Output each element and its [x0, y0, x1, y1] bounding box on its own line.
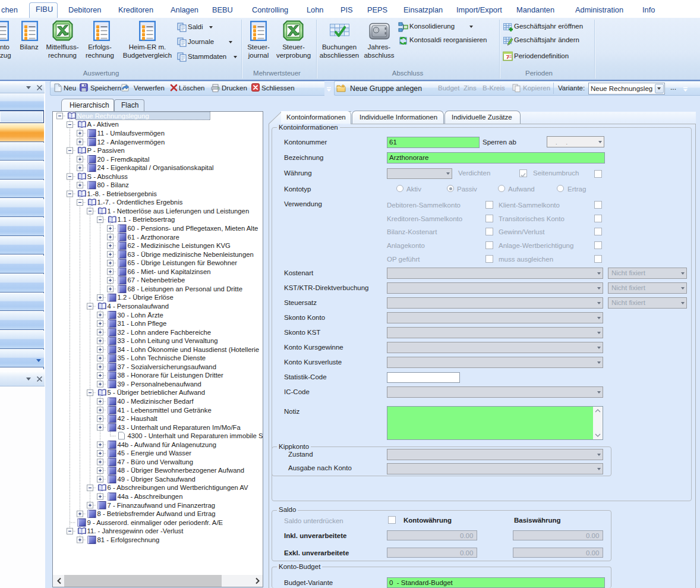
- svg-text:37 - Sozialversicherungsaufwan: 37 - Sozialversicherungsaufwand: [118, 363, 216, 370]
- svg-text:60 - Pensions- und Pflegetaxen: 60 - Pensions- und Pflegetaxen, Mieten A…: [128, 225, 258, 232]
- svg-text:31 - Lohn Pflege: 31 - Lohn Pflege: [118, 320, 167, 327]
- svg-text:11. - Jahresgewinn oder -Verlu: 11. - Jahresgewinn oder -Verlust: [87, 527, 184, 534]
- svg-text:20 - Fremdkapital: 20 - Fremdkapital: [97, 156, 150, 163]
- svg-text:A - Aktiven: A - Aktiven: [87, 121, 119, 128]
- svg-text:Neue Rechnungslegung: Neue Rechnungslegung: [77, 112, 149, 120]
- svg-text:1.-7. - Ordentliches Ergebnis: 1.-7. - Ordentliches Ergebnis: [97, 199, 183, 206]
- svg-text:81 - Erfolgsrechnung: 81 - Erfolgsrechnung: [97, 536, 160, 543]
- svg-text:80 - Bilanz: 80 - Bilanz: [97, 181, 130, 188]
- svg-text:7 - Finanzaufwand und Finanzer: 7 - Finanzaufwand und Finanzertrag: [108, 502, 215, 509]
- svg-text:41 - Lebensmittel und Getränke: 41 - Lebensmittel und Getränke: [118, 407, 212, 414]
- svg-text:7: 7: [506, 54, 509, 60]
- svg-text:32 - Lohn andere Fachbereiche: 32 - Lohn andere Fachbereiche: [118, 329, 212, 336]
- svg-text:5 - Übriger betrieblicher Aufw: 5 - Übriger betrieblicher Aufwand: [108, 389, 206, 396]
- svg-text:1 - Nettoerlöse aus Lieferunge: 1 - Nettoerlöse aus Lieferungen und Leis…: [108, 207, 250, 215]
- svg-text:62 - Medizinische Leistungen K: 62 - Medizinische Leistungen KVG: [128, 242, 231, 249]
- svg-text:44b - Aufwand für Anlagenutzun: 44b - Aufwand für Anlagenutzung: [118, 441, 216, 448]
- svg-text:43 - Unterhalt und Reparaturen: 43 - Unterhalt und Reparaturen Im/Mo/Fa: [118, 424, 241, 431]
- svg-text:6 - Abschreibungen und Wertber: 6 - Abschreibungen und Wertberichtigunge…: [108, 484, 248, 491]
- svg-text:12 - Anlagenvermögen: 12 - Anlagenvermögen: [97, 139, 165, 146]
- svg-text:30 - Lohn Ärzte: 30 - Lohn Ärzte: [118, 312, 163, 319]
- svg-text:67 - Nebenbetriebe: 67 - Nebenbetriebe: [128, 276, 185, 284]
- svg-text:65 - Übrige Leistungen für Bew: 65 - Übrige Leistungen für Bewohner: [128, 259, 238, 266]
- svg-text:9 - Ausserord. einmaliger oder: 9 - Ausserord. einmaliger oder periodenf…: [87, 519, 223, 526]
- svg-text:1.2 - Übrige Erlöse: 1.2 - Übrige Erlöse: [118, 294, 174, 301]
- svg-text:63 - Übrige medizinische Neben: 63 - Übrige medizinische Nebenleistungen: [128, 251, 254, 258]
- svg-text:68 - Leistungen an Personal un: 68 - Leistungen an Personal und Dritte: [128, 285, 242, 293]
- svg-text:33 - Lohn Leitung und Verwaltu: 33 - Lohn Leitung und Verwaltung: [118, 337, 218, 344]
- svg-text:61 - Arzthonorare: 61 - Arzthonorare: [128, 234, 179, 241]
- svg-text:8 - Betriebsfremder Aufwand un: 8 - Betriebsfremder Aufwand und Ertrag: [97, 510, 216, 517]
- svg-text:38 - Honorare für Leistungen D: 38 - Honorare für Leistungen Dritter: [118, 372, 224, 379]
- svg-text:S - Abschluss: S - Abschluss: [87, 173, 128, 180]
- svg-text:47 - Büro und Verwaltung: 47 - Büro und Verwaltung: [118, 458, 194, 466]
- svg-text:42 - Haushalt: 42 - Haushalt: [118, 415, 158, 422]
- svg-text:35 - Lohn Technische Dienste: 35 - Lohn Technische Dienste: [118, 354, 206, 361]
- svg-text:49 - Übriger Sachaufwand: 49 - Übriger Sachaufwand: [118, 476, 196, 483]
- svg-text:11 - Umlaufsvermögen: 11 - Umlaufsvermögen: [97, 130, 165, 137]
- svg-text:34 - Lohn Ökonomie und Hausdie: 34 - Lohn Ökonomie und Hausdienst (Hotel…: [118, 346, 260, 353]
- svg-text:40 - Medizinischer Bedarf: 40 - Medizinischer Bedarf: [118, 398, 194, 405]
- svg-text:45 - Energie und Wasser: 45 - Energie und Wasser: [118, 449, 192, 457]
- svg-text:1.-8. - Betriebsergebnis: 1.-8. - Betriebsergebnis: [87, 190, 157, 197]
- svg-text:4300 - Unterhalt und Reparatur: 4300 - Unterhalt und Reparaturen immobil…: [128, 432, 263, 439]
- svg-text:24 - Eigenkapital / Organisati: 24 - Eigenkapital / Organisationskapital: [97, 164, 214, 171]
- svg-text:4 - Personalaufwand: 4 - Personalaufwand: [108, 303, 169, 310]
- svg-text:48 - Übriger Bewohnerbezogener: 48 - Übriger Bewohnerbezogener Aufwand: [118, 467, 245, 474]
- svg-text:P - Passiven: P - Passiven: [87, 147, 125, 154]
- svg-text:44a - Abschreibungen: 44a - Abschreibungen: [118, 493, 183, 500]
- svg-text:39 - Personalnebenaufwand: 39 - Personalnebenaufwand: [118, 381, 201, 388]
- svg-text:66 - Miet- und Kapitalzinsen: 66 - Miet- und Kapitalzinsen: [128, 268, 211, 275]
- svg-text:1.1 - Betriebsertrag: 1.1 - Betriebsertrag: [118, 216, 175, 223]
